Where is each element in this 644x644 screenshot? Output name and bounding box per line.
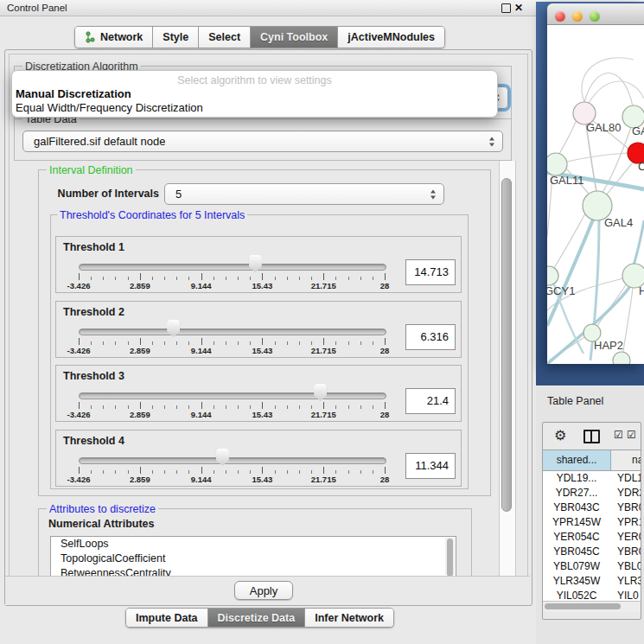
panel-title: Control Panel — [7, 0, 67, 16]
minimize-traffic-light-icon[interactable] — [572, 11, 583, 22]
cell-shared-name: YDL19... — [543, 471, 610, 486]
threshold-row-4: Threshold 4-3.4262.8599.14415.4321.71528… — [55, 430, 462, 487]
dropdown-option-equal-width-frequency-discretization[interactable]: Equal Width/Frequency Discretization — [12, 101, 497, 115]
slider-ticks — [79, 338, 385, 345]
cell-shared-name: YDR27... — [543, 486, 610, 501]
cell-shared-name: YPR145W — [543, 515, 610, 530]
table-data-value: galFiltered.sif default node — [23, 135, 165, 148]
table-row[interactable]: YLR345WYLR3 — [543, 574, 641, 589]
table-row[interactable]: YBR045CYBR0 — [543, 545, 641, 559]
tab-label: Style — [163, 31, 188, 43]
split-view-icon[interactable] — [583, 430, 600, 443]
threshold-value-field[interactable]: 11.344 — [405, 453, 456, 479]
slider-track[interactable] — [79, 264, 386, 271]
tab-label: jActiveMNodules — [348, 31, 435, 43]
checkbox-checked-icon[interactable]: ☑ — [627, 429, 636, 441]
table-row[interactable]: YBR043CYBR0 — [543, 501, 641, 515]
table-row[interactable]: YER054CYER0 — [543, 530, 641, 545]
threshold-label: Threshold 3 — [63, 370, 124, 382]
apply-button[interactable]: Apply — [234, 581, 293, 600]
close-icon[interactable]: ✕ — [514, 0, 523, 16]
gear-icon[interactable]: ⚙ — [554, 426, 566, 445]
column-header-shared-name[interactable]: shared... — [543, 450, 611, 470]
number-of-intervals-spinner[interactable]: 5 — [164, 183, 444, 205]
threshold-label: Threshold 2 — [63, 306, 124, 318]
slider-ticks — [79, 467, 385, 474]
tab-style[interactable]: Style — [153, 27, 199, 48]
table-rows: YDL19...YDL1YDR27...YDR2YBR043CYBR0YPR14… — [543, 471, 641, 601]
close-traffic-light-icon[interactable] — [555, 11, 565, 22]
tab-label: Discretize Data — [218, 612, 296, 624]
attribute-item-selfloops[interactable]: SelfLoops — [51, 537, 456, 552]
panel-scrollbar-track[interactable] — [499, 161, 516, 576]
cell-shared-name: YBR043C — [543, 501, 610, 515]
tab-infer-network[interactable]: Infer Network — [305, 609, 393, 627]
table-header-row: shared...na — [543, 450, 641, 471]
cell-shared-name: YLR345W — [543, 574, 610, 589]
float-window-icon[interactable] — [501, 3, 511, 13]
slider-track[interactable] — [79, 392, 386, 399]
node-label-ga: GA — [632, 124, 644, 137]
combo-arrows-icon — [489, 137, 494, 146]
tab-label: Cyni Toolbox — [260, 31, 328, 43]
node-label-gal80: GAL80 — [586, 121, 621, 134]
algorithm-dropdown-popup: Select algorithm to view settings Manual… — [11, 70, 498, 118]
slider-track[interactable] — [79, 457, 386, 464]
table-row[interactable]: YPR145WYPR1 — [543, 515, 641, 530]
table-hscrollbar-thumb[interactable] — [545, 603, 621, 609]
dropdown-option-manual-discretization[interactable]: Manual Discretization — [12, 87, 497, 101]
slider-ticks — [79, 402, 385, 409]
zoom-traffic-light-icon[interactable] — [590, 11, 600, 22]
panel-scrollbar-thumb[interactable] — [501, 178, 512, 512]
tab-label: Select — [208, 31, 240, 43]
list-scrollbar-track[interactable] — [445, 538, 455, 575]
network-node-gal11[interactable] — [547, 153, 567, 175]
tab-cyni-toolbox[interactable]: Cyni Toolbox — [251, 27, 338, 48]
checkbox-checked-icon[interactable]: ☑ — [614, 429, 623, 441]
network-canvas[interactable]: GAL80GACGAL11GAL4GCY1HHAP2 — [547, 25, 644, 364]
table-hscrollbar-track[interactable] — [543, 601, 641, 612]
table-panel: Table Panel ⚙ ☑ ☑ shared...na YDL19...YD… — [536, 386, 644, 644]
list-scrollbar-thumb[interactable] — [447, 539, 453, 577]
table-row[interactable]: YDR27...YDR2 — [543, 486, 641, 501]
node-label-c: C — [638, 160, 644, 173]
table-panel-title: Table Panel — [547, 395, 603, 407]
numerical-attributes-list[interactable]: SelfLoopsTopologicalCoefficientBetweenne… — [50, 536, 456, 577]
table-row[interactable]: YBL079WYBL0 — [543, 559, 641, 574]
table-data-combobox[interactable]: galFiltered.sif default node — [22, 131, 503, 152]
threshold-row-2: Threshold 2-3.4262.8599.14415.4321.71528… — [55, 301, 462, 358]
threshold-value-field[interactable]: 6.316 — [405, 324, 456, 350]
threshold-value-field[interactable]: 14.713 — [405, 259, 456, 285]
group-title-attributes: Attributes to discretize — [47, 503, 158, 515]
network-view-window: GAL80GACGAL11GAL4GCY1HHAP2 — [547, 3, 644, 364]
table-row[interactable]: YDL19...YDL1 — [543, 471, 641, 486]
network-node-gcy1[interactable] — [547, 266, 558, 285]
threshold-label: Threshold 4 — [63, 435, 124, 447]
tab-network[interactable]: Network — [75, 27, 153, 48]
threshold-value-field[interactable]: 21.4 — [405, 388, 456, 414]
node-label-gcy1: GCY1 — [547, 284, 575, 297]
cell-shared-name: YBR045C — [543, 545, 610, 559]
slider-ticks — [79, 273, 385, 280]
tab-discretize-data[interactable]: Discretize Data — [208, 609, 306, 627]
tab-impute-data[interactable]: Impute Data — [126, 609, 208, 627]
slider-tick-labels: -3.4262.8599.14415.4321.71528 — [79, 281, 385, 290]
number-of-intervals-label: Number of Intervals — [50, 184, 159, 204]
network-window-titlebar[interactable] — [547, 3, 644, 25]
column-header-name[interactable]: na — [611, 450, 641, 470]
cell-name: YER0 — [610, 530, 641, 545]
slider-tick-labels: -3.4262.8599.14415.4321.71528 — [79, 346, 385, 355]
tab-jactivemnodules[interactable]: jActiveMNodules — [338, 27, 444, 48]
control-panel-tabs: NetworkStyleSelectCyni ToolboxjActiveMNo… — [74, 26, 445, 48]
cell-shared-name: YBL079W — [543, 559, 610, 574]
attribute-item-topologicalcoefficient[interactable]: TopologicalCoefficient — [51, 552, 456, 566]
tab-label: Infer Network — [315, 612, 384, 624]
node-label-hap2: HAP2 — [594, 339, 623, 352]
network-node-node-bottom[interactable] — [613, 352, 630, 364]
tab-label: Network — [100, 31, 143, 43]
tab-select[interactable]: Select — [199, 27, 251, 48]
cell-name: YPR1 — [610, 515, 641, 530]
cell-name: YDR2 — [610, 486, 641, 501]
discretize-mode-tabs: Impute DataDiscretize DataInfer Network — [125, 608, 394, 628]
slider-track[interactable] — [79, 328, 386, 335]
